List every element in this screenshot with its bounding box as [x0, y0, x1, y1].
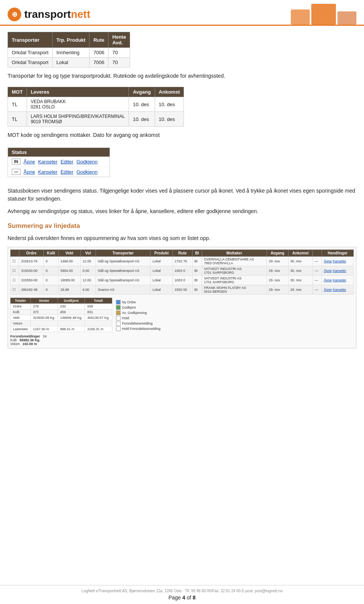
col-mot: MOT [8, 87, 27, 97]
list-item: ☐315550-00019089.0012.00Stål og Spesialt… [11, 276, 354, 285]
col-leveres: Leveres [27, 87, 129, 97]
page-total: 8 [193, 595, 196, 601]
mot-table: MOT Leveres Avgang Ankomst TLVEDA BRUBAK… [8, 87, 184, 127]
table-row: Orkdal TransportLokal700670 [8, 58, 130, 67]
legend-dot-av [116, 311, 121, 315]
legend-area: Ny Ordre Godkjent Av. Godkjenning Hold F… [116, 300, 161, 346]
col-hente-avd: HenteAvd. [108, 32, 130, 48]
totals-row-kolli: Kolli 372 459 831 [11, 309, 112, 315]
status-link-kanseler-1[interactable]: Kanseler [38, 159, 57, 165]
totals-row-ordre: Ordre 278 230 508 [11, 304, 112, 309]
mini-col-vol: Vol [80, 250, 96, 257]
status-link-godkjenn-2[interactable]: Godkjenn [77, 169, 98, 175]
table-row: TLLARS HOLM SHIPPING/BREIVIKATERMINAL901… [8, 112, 184, 127]
status-row-in: IN Åpne Kanseler Editer Godkjenn [8, 157, 110, 167]
col-trp-produkt: Trp. Produkt [52, 32, 89, 48]
main-content: Transportør Trp. Produkt Rute HenteAvd. … [0, 26, 364, 358]
status-description-1: Statusboksen viser sendingens status. Ti… [8, 187, 356, 203]
mini-col-avgang: Avgang [267, 250, 288, 257]
status-box: Status IN Åpne Kanseler Editer Godkjenn … [8, 147, 110, 177]
mini-col-produkt: Produkt [151, 250, 173, 257]
forsendelser-label: Forsndsmeldinger 24 [10, 334, 112, 338]
summering-text: Nederst på oversikten finnes en oppsumme… [8, 234, 356, 242]
summering-heading: Summering av linjedata [8, 222, 356, 230]
col-transportor: Transportør [8, 32, 53, 48]
legend-ny-ordre: Ny Ordre [116, 300, 161, 304]
legend-forsndelsesmelding: Forsndelsesmelding [116, 321, 161, 326]
legend-dot-ny [116, 300, 121, 304]
forsendelser-kolli: Kolli 56982.36 Kg. [10, 338, 112, 342]
totals-col-totalt: Totalt [85, 298, 112, 304]
totals-area: Totaler Venter Godkjent Totalt Ordre 278… [10, 298, 354, 346]
totals-col-label: Totaler [11, 298, 31, 304]
status-link-apne-1[interactable]: Åpne [24, 159, 35, 165]
status-link-apne-2[interactable]: Åpne [24, 169, 35, 175]
legend-label-hold: Hold [122, 316, 129, 320]
page-number: 4 [182, 595, 185, 601]
col-avgang: Avgang [129, 87, 155, 97]
totals-row-lastmeter: Lastmeter 1167.90 m 998.41 m 2166.31 m [11, 326, 112, 332]
legend-dot-hold-forsndelse [116, 326, 121, 331]
logo-text: transportnett [24, 8, 90, 20]
footer-pagination: Page 4 of 8 [168, 595, 196, 601]
legend-dot-hold [116, 316, 121, 320]
mini-col-rute: Rute [173, 250, 192, 257]
status-link-kanseler-2[interactable]: Kanseler [38, 169, 57, 175]
totals-table: Totaler Venter Godkjent Totalt Ordre 278… [10, 298, 112, 332]
mini-col-ankomst: Ankomst [288, 250, 312, 257]
legend-label-forsndelse: Forsndelsesmelding [122, 322, 153, 325]
totals-col-venter: Venter [31, 298, 58, 304]
mini-col-transportor: Transportør [96, 250, 150, 257]
legend-label-hold-forsndelse: Hold Forsndelsesmelding [122, 327, 161, 331]
legend-hold-forsndelsesmelding: Hold Forsndelsesmelding [116, 326, 161, 331]
totals-col-godkjent: Godkjent [58, 298, 85, 304]
header-graphic [291, 4, 356, 25]
mini-col-vekt: Vekt [58, 250, 80, 257]
mini-col-status [313, 250, 322, 257]
totals-row-vekt: Vekt 323930.09 Kg. 136609.48 Kg. 460139.… [11, 315, 112, 321]
status-link-godkjenn-1[interactable]: Godkjenn [77, 159, 98, 165]
list-item: ☐315613-7601466.0012.00Stål og Spesialtr… [11, 257, 354, 266]
legend-label-ny: Ny Ordre [122, 300, 136, 304]
mot-description: MOT kode og sendingens mottaker. Dato fo… [8, 131, 356, 139]
page-header: ⊕ transportnett [0, 0, 364, 26]
forsendelser-section: Forsndsmeldinger 24 Kolli 56982.36 Kg. V… [10, 334, 112, 346]
mini-col-actions: Handlinger [322, 250, 353, 257]
footer-company: LogNett v/Transportnett AS, Bjørnerudvei… [82, 589, 282, 593]
table-row: Orkdal TransportInnhenting700670 [8, 48, 130, 58]
mini-col-bi: BI [192, 250, 202, 257]
col-ankomst: Ankomst [155, 87, 184, 97]
list-item: ☐315530-0005904.000.00Stål og Spesialtra… [11, 266, 354, 276]
screenshot-area: Ordre Kolli Vekt Vol Transportør Produkt… [8, 247, 356, 348]
legend-dot-forsndelse [116, 321, 121, 326]
page-footer: LogNett v/Transportnett AS, Bjørnerudvei… [0, 585, 364, 604]
totals-row-volum: Volum [11, 321, 112, 326]
logo-area: ⊕ transportnett [8, 8, 90, 21]
mini-col-kolli: Kolli [44, 250, 58, 257]
logo-icon: ⊕ [8, 8, 21, 21]
legend-label-godkjent: Godkjent [122, 306, 136, 309]
transport-table: Transportør Trp. Produkt Rute HenteAvd. … [8, 32, 130, 67]
mini-col-check [11, 250, 19, 257]
legend-dot-godkjent [116, 305, 121, 310]
legend-hold: Hold [116, 316, 161, 320]
status-description-2: Avhengig av sendingstype og status, vise… [8, 207, 356, 215]
legend-av-godkjenning: Av. Godkjenning [116, 311, 161, 315]
status-link-editer-1[interactable]: Editer [61, 159, 74, 165]
status-link-editer-2[interactable]: Editer [61, 169, 74, 175]
status-badge-dash: — [12, 169, 20, 175]
transport-description: Transportør for leg og type transportpro… [8, 72, 356, 80]
mini-col-mottaker: Mottaker [202, 250, 267, 257]
table-row: TLVEDA BRUBAKK0281 OSLO10. des10. des [8, 97, 184, 112]
forsendelser-volum: Volum 102.00 m [10, 342, 112, 346]
mini-rows-table: Ordre Kolli Vekt Vol Transportør Produkt… [10, 249, 354, 295]
col-rute: Rute [89, 32, 108, 48]
status-row-dash: — Åpne Kanseler Editer Godkjenn [8, 167, 110, 177]
status-badge-in: IN [12, 158, 20, 165]
legend-godkjent: Godkjent [116, 305, 161, 310]
list-item: ☐286182-38026.886.00Svanco ASLokal1550 5… [11, 285, 354, 295]
status-header: Status [8, 148, 110, 157]
mini-col-ordre: Ordre [19, 250, 44, 257]
legend-label-av: Av. Godkjenning [122, 311, 147, 315]
